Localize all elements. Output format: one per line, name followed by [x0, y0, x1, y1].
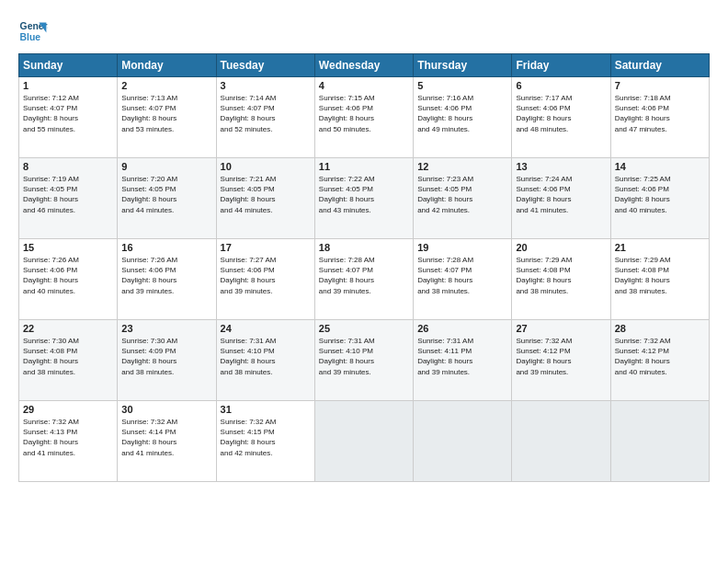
- day-number: 9: [121, 161, 211, 172]
- day-number: 28: [615, 323, 705, 334]
- day-number: 26: [417, 323, 507, 334]
- calendar-cell: 20Sunrise: 7:29 AM Sunset: 4:08 PM Dayli…: [512, 239, 610, 320]
- calendar-cell: [610, 401, 709, 482]
- calendar-cell: 18Sunrise: 7:28 AM Sunset: 4:07 PM Dayli…: [314, 239, 413, 320]
- day-info: Sunrise: 7:31 AM Sunset: 4:10 PM Dayligh…: [319, 336, 409, 377]
- day-info: Sunrise: 7:31 AM Sunset: 4:10 PM Dayligh…: [221, 336, 311, 377]
- calendar-cell: 5Sunrise: 7:16 AM Sunset: 4:06 PM Daylig…: [414, 77, 512, 158]
- weekday-header-sunday: Sunday: [19, 54, 118, 77]
- day-number: 15: [23, 242, 113, 253]
- day-number: 30: [121, 404, 211, 415]
- day-number: 11: [319, 161, 409, 172]
- weekday-header-thursday: Thursday: [414, 54, 512, 77]
- day-info: Sunrise: 7:30 AM Sunset: 4:09 PM Dayligh…: [121, 336, 211, 377]
- logo: General Blue: [18, 17, 48, 46]
- calendar-cell: 12Sunrise: 7:23 AM Sunset: 4:05 PM Dayli…: [414, 158, 512, 239]
- weekday-header-friday: Friday: [512, 54, 610, 77]
- calendar-cell: 26Sunrise: 7:31 AM Sunset: 4:11 PM Dayli…: [414, 320, 512, 401]
- calendar-cell: 25Sunrise: 7:31 AM Sunset: 4:10 PM Dayli…: [314, 320, 413, 401]
- calendar-week-4: 22Sunrise: 7:30 AM Sunset: 4:08 PM Dayli…: [19, 320, 710, 401]
- day-number: 17: [221, 242, 311, 253]
- calendar-cell: 13Sunrise: 7:24 AM Sunset: 4:06 PM Dayli…: [512, 158, 610, 239]
- calendar-cell: 30Sunrise: 7:32 AM Sunset: 4:14 PM Dayli…: [118, 401, 216, 482]
- day-info: Sunrise: 7:21 AM Sunset: 4:05 PM Dayligh…: [221, 174, 311, 215]
- calendar-cell: 7Sunrise: 7:18 AM Sunset: 4:06 PM Daylig…: [610, 77, 709, 158]
- day-info: Sunrise: 7:17 AM Sunset: 4:06 PM Dayligh…: [516, 93, 606, 134]
- calendar-week-3: 15Sunrise: 7:26 AM Sunset: 4:06 PM Dayli…: [19, 239, 710, 320]
- day-info: Sunrise: 7:13 AM Sunset: 4:07 PM Dayligh…: [121, 93, 211, 134]
- day-number: 6: [516, 80, 606, 91]
- day-info: Sunrise: 7:26 AM Sunset: 4:06 PM Dayligh…: [23, 255, 113, 296]
- day-number: 4: [319, 80, 409, 91]
- calendar-cell: 22Sunrise: 7:30 AM Sunset: 4:08 PM Dayli…: [19, 320, 118, 401]
- day-number: 25: [319, 323, 409, 334]
- svg-text:Blue: Blue: [20, 32, 41, 42]
- header: General Blue: [18, 17, 710, 46]
- calendar-cell: 27Sunrise: 7:32 AM Sunset: 4:12 PM Dayli…: [512, 320, 610, 401]
- calendar-table: SundayMondayTuesdayWednesdayThursdayFrid…: [18, 53, 710, 482]
- day-number: 20: [516, 242, 606, 253]
- day-number: 27: [516, 323, 606, 334]
- weekday-header-tuesday: Tuesday: [216, 54, 314, 77]
- calendar-week-5: 29Sunrise: 7:32 AM Sunset: 4:13 PM Dayli…: [19, 401, 710, 482]
- day-number: 10: [221, 161, 311, 172]
- day-info: Sunrise: 7:32 AM Sunset: 4:12 PM Dayligh…: [615, 336, 705, 377]
- day-info: Sunrise: 7:29 AM Sunset: 4:08 PM Dayligh…: [516, 255, 606, 296]
- day-number: 23: [121, 323, 211, 334]
- calendar-week-2: 8Sunrise: 7:19 AM Sunset: 4:05 PM Daylig…: [19, 158, 710, 239]
- calendar-cell: 2Sunrise: 7:13 AM Sunset: 4:07 PM Daylig…: [118, 77, 216, 158]
- calendar-cell: 9Sunrise: 7:20 AM Sunset: 4:05 PM Daylig…: [118, 158, 216, 239]
- day-number: 13: [516, 161, 606, 172]
- day-number: 18: [319, 242, 409, 253]
- calendar-cell: 29Sunrise: 7:32 AM Sunset: 4:13 PM Dayli…: [19, 401, 118, 482]
- calendar-cell: 16Sunrise: 7:26 AM Sunset: 4:06 PM Dayli…: [118, 239, 216, 320]
- calendar-cell: 15Sunrise: 7:26 AM Sunset: 4:06 PM Dayli…: [19, 239, 118, 320]
- day-info: Sunrise: 7:32 AM Sunset: 4:12 PM Dayligh…: [516, 336, 606, 377]
- calendar-cell: 19Sunrise: 7:28 AM Sunset: 4:07 PM Dayli…: [414, 239, 512, 320]
- day-info: Sunrise: 7:24 AM Sunset: 4:06 PM Dayligh…: [516, 174, 606, 215]
- day-number: 8: [23, 161, 113, 172]
- day-info: Sunrise: 7:29 AM Sunset: 4:08 PM Dayligh…: [615, 255, 705, 296]
- calendar-cell: 17Sunrise: 7:27 AM Sunset: 4:06 PM Dayli…: [216, 239, 314, 320]
- day-number: 3: [221, 80, 311, 91]
- day-info: Sunrise: 7:26 AM Sunset: 4:06 PM Dayligh…: [121, 255, 211, 296]
- calendar-cell: 6Sunrise: 7:17 AM Sunset: 4:06 PM Daylig…: [512, 77, 610, 158]
- day-info: Sunrise: 7:19 AM Sunset: 4:05 PM Dayligh…: [23, 174, 113, 215]
- logo-icon: General Blue: [18, 17, 48, 46]
- weekday-header-row: SundayMondayTuesdayWednesdayThursdayFrid…: [19, 54, 710, 77]
- day-info: Sunrise: 7:20 AM Sunset: 4:05 PM Dayligh…: [121, 174, 211, 215]
- day-info: Sunrise: 7:28 AM Sunset: 4:07 PM Dayligh…: [417, 255, 507, 296]
- calendar-cell: 23Sunrise: 7:30 AM Sunset: 4:09 PM Dayli…: [118, 320, 216, 401]
- day-info: Sunrise: 7:32 AM Sunset: 4:13 PM Dayligh…: [23, 417, 113, 458]
- calendar-cell: 11Sunrise: 7:22 AM Sunset: 4:05 PM Dayli…: [314, 158, 413, 239]
- calendar-cell: 8Sunrise: 7:19 AM Sunset: 4:05 PM Daylig…: [19, 158, 118, 239]
- day-number: 1: [23, 80, 113, 91]
- calendar-cell: [314, 401, 413, 482]
- calendar-week-1: 1Sunrise: 7:12 AM Sunset: 4:07 PM Daylig…: [19, 77, 710, 158]
- day-info: Sunrise: 7:32 AM Sunset: 4:15 PM Dayligh…: [221, 417, 311, 458]
- calendar-cell: 4Sunrise: 7:15 AM Sunset: 4:06 PM Daylig…: [314, 77, 413, 158]
- day-number: 31: [221, 404, 311, 415]
- day-info: Sunrise: 7:16 AM Sunset: 4:06 PM Dayligh…: [417, 93, 507, 134]
- day-info: Sunrise: 7:27 AM Sunset: 4:06 PM Dayligh…: [221, 255, 311, 296]
- day-number: 14: [615, 161, 705, 172]
- calendar-cell: [512, 401, 610, 482]
- day-number: 12: [417, 161, 507, 172]
- day-number: 2: [121, 80, 211, 91]
- weekday-header-saturday: Saturday: [610, 54, 709, 77]
- day-info: Sunrise: 7:31 AM Sunset: 4:11 PM Dayligh…: [417, 336, 507, 377]
- calendar-cell: [414, 401, 512, 482]
- day-number: 24: [221, 323, 311, 334]
- day-info: Sunrise: 7:12 AM Sunset: 4:07 PM Dayligh…: [23, 93, 113, 134]
- day-info: Sunrise: 7:22 AM Sunset: 4:05 PM Dayligh…: [319, 174, 409, 215]
- weekday-header-monday: Monday: [118, 54, 216, 77]
- day-info: Sunrise: 7:14 AM Sunset: 4:07 PM Dayligh…: [221, 93, 311, 134]
- day-info: Sunrise: 7:28 AM Sunset: 4:07 PM Dayligh…: [319, 255, 409, 296]
- day-number: 22: [23, 323, 113, 334]
- day-info: Sunrise: 7:15 AM Sunset: 4:06 PM Dayligh…: [319, 93, 409, 134]
- day-info: Sunrise: 7:18 AM Sunset: 4:06 PM Dayligh…: [615, 93, 705, 134]
- weekday-header-wednesday: Wednesday: [314, 54, 413, 77]
- calendar-cell: 3Sunrise: 7:14 AM Sunset: 4:07 PM Daylig…: [216, 77, 314, 158]
- day-info: Sunrise: 7:32 AM Sunset: 4:14 PM Dayligh…: [121, 417, 211, 458]
- calendar-cell: 1Sunrise: 7:12 AM Sunset: 4:07 PM Daylig…: [19, 77, 118, 158]
